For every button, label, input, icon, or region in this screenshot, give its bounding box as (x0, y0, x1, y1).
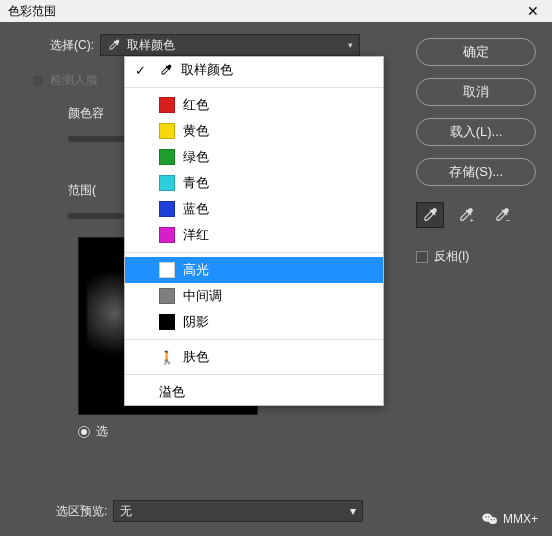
select-current-value: 取样颜色 (127, 37, 175, 54)
svg-point-3 (489, 517, 497, 524)
selection-preview-value: 无 (120, 503, 132, 520)
person-icon: 🚶 (159, 350, 175, 365)
eyedropper-icon (107, 38, 121, 52)
dropdown-separator (125, 374, 383, 375)
eyedropper-icon (159, 63, 173, 77)
color-swatch-red (159, 97, 175, 113)
dropdown-item-label: 蓝色 (183, 200, 209, 218)
selection-preview-row: 选区预览: 无 ▾ (56, 500, 363, 522)
svg-point-6 (491, 519, 492, 520)
load-button[interactable]: 载入(L)... (416, 118, 536, 146)
select-dropdown-list: ✓ 取样颜色 红色 黄色 绿色 青色 蓝色 洋红 (124, 56, 384, 406)
svg-text:−: − (505, 216, 510, 224)
dropdown-item-cyan[interactable]: 青色 (125, 170, 383, 196)
dropdown-separator (125, 339, 383, 340)
cancel-button[interactable]: 取消 (416, 78, 536, 106)
selection-preview-dropdown[interactable]: 无 ▾ (113, 500, 363, 522)
svg-text:+: + (469, 216, 474, 224)
invert-label: 反相(I) (434, 248, 469, 265)
dropdown-item-outofgamut[interactable]: 溢色 (125, 379, 383, 405)
tone-swatch-shadows (159, 314, 175, 330)
select-row: 选择(C): 取样颜色 ▾ (50, 34, 403, 56)
dropdown-item-label: 绿色 (183, 148, 209, 166)
dropdown-item-label: 高光 (183, 261, 209, 279)
dropdown-item-shadows[interactable]: 阴影 (125, 309, 383, 335)
title-bar: 色彩范围 ✕ (0, 0, 552, 22)
detect-faces-checkbox (32, 75, 44, 87)
dropdown-item-label: 红色 (183, 96, 209, 114)
ok-button[interactable]: 确定 (416, 38, 536, 66)
color-swatch-green (159, 149, 175, 165)
dropdown-separator (125, 87, 383, 88)
color-swatch-blue (159, 201, 175, 217)
window-close-button[interactable]: ✕ (514, 0, 552, 22)
window-title: 色彩范围 (8, 3, 56, 20)
dropdown-item-green[interactable]: 绿色 (125, 144, 383, 170)
selection-radio[interactable] (78, 426, 90, 438)
eyedropper-plus-icon: + (457, 206, 475, 224)
selection-radio-label: 选 (96, 423, 108, 440)
tone-swatch-highlights (159, 262, 175, 278)
chevron-down-icon: ▾ (350, 504, 356, 518)
tone-swatch-midtones (159, 288, 175, 304)
dropdown-item-sampled[interactable]: ✓ 取样颜色 (125, 57, 383, 83)
eyedropper-tool[interactable] (416, 202, 444, 228)
eyedropper-icon (421, 206, 439, 224)
dropdown-item-label: 溢色 (159, 383, 185, 401)
color-swatch-magenta (159, 227, 175, 243)
eyedropper-tools: + − (416, 202, 536, 228)
dropdown-item-label: 阴影 (183, 313, 209, 331)
cancel-button-label: 取消 (463, 83, 489, 101)
dialog-content: 选择(C): 取样颜色 ▾ 检测人脸 颜色容 范围( (0, 22, 552, 536)
load-button-label: 载入(L)... (450, 123, 503, 141)
check-icon: ✓ (135, 63, 146, 78)
save-button[interactable]: 存储(S)... (416, 158, 536, 186)
dropdown-item-skin[interactable]: 🚶 肤色 (125, 344, 383, 370)
dropdown-item-label: 黄色 (183, 122, 209, 140)
svg-point-5 (488, 516, 489, 517)
dropdown-item-midtones[interactable]: 中间调 (125, 283, 383, 309)
fuzziness-label: 颜色容 (68, 106, 104, 120)
eyedropper-minus-tool[interactable]: − (488, 202, 516, 228)
invert-checkbox[interactable] (416, 251, 428, 263)
dropdown-item-label: 取样颜色 (181, 61, 233, 79)
invert-row: 反相(I) (416, 248, 536, 265)
dropdown-item-yellow[interactable]: 黄色 (125, 118, 383, 144)
dropdown-item-label: 肤色 (183, 348, 209, 366)
dropdown-item-label: 青色 (183, 174, 209, 192)
dropdown-item-red[interactable]: 红色 (125, 92, 383, 118)
select-label: 选择(C): (50, 37, 94, 54)
eyedropper-minus-icon: − (493, 206, 511, 224)
dropdown-item-blue[interactable]: 蓝色 (125, 196, 383, 222)
svg-point-7 (494, 519, 495, 520)
selection-preview-label: 选区预览: (56, 503, 107, 520)
eyedropper-plus-tool[interactable]: + (452, 202, 480, 228)
ok-button-label: 确定 (463, 43, 489, 61)
select-dropdown[interactable]: 取样颜色 ▾ (100, 34, 360, 56)
color-swatch-yellow (159, 123, 175, 139)
wechat-icon (481, 512, 499, 526)
svg-point-4 (485, 516, 486, 517)
color-swatch-cyan (159, 175, 175, 191)
range-label: 范围( (68, 183, 96, 197)
detect-faces-label: 检测人脸 (50, 72, 98, 89)
selection-radio-row: 选 (78, 423, 403, 440)
dropdown-item-highlights[interactable]: 高光 (125, 257, 383, 283)
save-button-label: 存储(S)... (449, 163, 503, 181)
chevron-down-icon: ▾ (348, 40, 353, 50)
dropdown-separator (125, 252, 383, 253)
close-icon: ✕ (527, 3, 539, 19)
dropdown-item-label: 中间调 (183, 287, 222, 305)
watermark-text: MMX+ (503, 512, 538, 526)
right-column: 确定 取消 载入(L)... 存储(S)... + − 反相(I) (416, 38, 536, 265)
dropdown-item-magenta[interactable]: 洋红 (125, 222, 383, 248)
watermark: MMX+ (481, 512, 538, 526)
dropdown-item-label: 洋红 (183, 226, 209, 244)
